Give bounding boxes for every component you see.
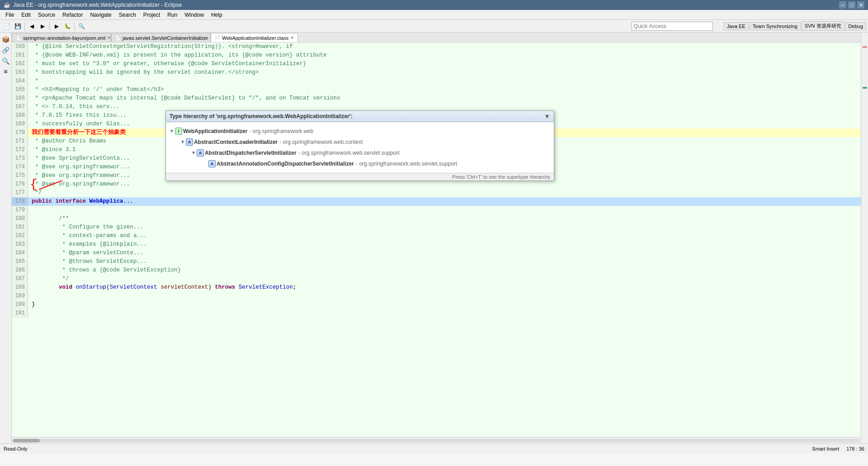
tree-item-abstract-disp[interactable]: ▼ A AbstractDispatcherServletInitializer… [170, 147, 550, 158]
menu-run[interactable]: Run [164, 11, 181, 19]
code-line-187: 187 */ [12, 275, 861, 283]
perspective-debug[interactable]: Debug [845, 22, 866, 30]
code-line-160: 160 * {@link ServletContext#getServletRe… [12, 43, 861, 51]
toolbar-debug[interactable]: 🐛 [62, 21, 72, 31]
line-num-172: 172 [12, 146, 28, 154]
toolbar-back[interactable]: ◀ [27, 21, 37, 31]
code-line-176: 176 * @see org.springframewor... [12, 180, 861, 189]
pkg-abstract-ctx: - org.springframework.web.context [279, 138, 363, 147]
code-line-179: 179 [12, 206, 861, 214]
toggle-abstract-disp[interactable]: ▼ [191, 148, 196, 157]
line-num-166: 166 [12, 94, 28, 103]
label-abstract-ctx: AbstractContextLoaderInitializer [194, 138, 278, 147]
line-content-169: * successfully under Glas... [28, 120, 130, 128]
line-num-184: 184 [12, 249, 28, 257]
code-line-165: 165 * <h3>Mapping to '/' under Tomcat</h… [12, 86, 861, 94]
tab-pom[interactable]: 📄 springmvc-annotation-liayun/pom.xml ✕ [12, 33, 111, 42]
line-content-184: * @param servletConte... [28, 249, 144, 257]
tabs-bar: 📄 springmvc-annotation-liayun/pom.xml ✕ … [12, 33, 861, 43]
menu-source[interactable]: Source [34, 11, 59, 19]
tab-pom-icon: 📄 [16, 35, 21, 40]
hscroll-thumb[interactable] [13, 439, 40, 442]
statusbar: Read-Only Smart Insert 178 : 36 [0, 443, 868, 453]
line-content-187: */ [28, 275, 69, 283]
toggle-abstract-ctx[interactable]: ▼ [180, 138, 185, 147]
code-line-190: 190 } [12, 300, 861, 309]
menu-refactor[interactable]: Refactor [59, 11, 86, 19]
perspective-svn[interactable]: SVN 资源库研究 [802, 21, 844, 31]
toolbar-run[interactable]: ▶ [52, 21, 61, 31]
code-line-184: 184 * @param servletConte... [12, 249, 861, 257]
line-content-173: * @see SpringServletConta... [28, 154, 130, 163]
code-line-181: 181 * Configure the given... [12, 223, 861, 232]
toolbar-search[interactable]: 🔍 [76, 21, 86, 31]
iface-icon-webapp: I [175, 128, 182, 135]
code-editor[interactable]: 160 * {@link ServletContext#getServletRe… [12, 43, 861, 437]
status-readonly: Read-Only [4, 446, 28, 452]
perspective-javaee[interactable]: Java EE [724, 22, 749, 30]
minimize-button[interactable]: ─ [839, 1, 846, 9]
close-button[interactable]: ✕ [857, 1, 864, 9]
sidebar-package-icon[interactable]: 📦 [1, 34, 11, 44]
line-num-176: 176 [12, 180, 28, 189]
toolbar-new[interactable]: 📄 [2, 21, 12, 31]
line-content-168: * 7.0.15 fixes this issu... [28, 111, 127, 120]
menu-project[interactable]: Project [140, 11, 164, 19]
line-content-170: 我们需要着重分析一下这三个抽象类 [28, 128, 126, 137]
maximize-button[interactable]: □ [848, 1, 855, 9]
line-content-167: * <= 7.0.14, this serv... [28, 103, 120, 111]
tab-webapp-close[interactable]: ✕ [290, 35, 294, 40]
popup-footer: Press 'Ctrl+T' to see the supertype hier… [166, 173, 554, 181]
line-content-178: public interface WebApplica... [28, 197, 133, 206]
class-icon-annotation: A [208, 160, 216, 167]
left-sidebar: 📦 🔗 🔍 ≡ [0, 33, 12, 443]
menu-window[interactable]: Window [181, 11, 208, 19]
code-line-180: 180 /** [12, 214, 861, 223]
tab-webapp-init[interactable]: 📄 WebApplicationInitializer.class ✕ [211, 33, 298, 42]
tree-item-webapp-init[interactable]: ▼ I WebApplicationInitializer - org.spri… [170, 126, 550, 137]
line-content-160: * {@link ServletContext#getServletRegist… [28, 43, 293, 51]
line-num-171: 171 [12, 137, 28, 146]
pkg-webapp-init: - org.springframework.web [249, 127, 313, 136]
tab-servlet-init[interactable]: 📄 javax.servlet.ServletContainerInitiali… [111, 33, 211, 42]
tab-servlet-label: javax.servlet.ServletContainerInitialize… [123, 35, 208, 41]
line-content-179 [28, 206, 32, 214]
line-num-162: 162 [12, 60, 28, 68]
line-num-182: 182 [12, 232, 28, 240]
menu-edit[interactable]: Edit [18, 11, 34, 19]
line-num-163: 163 [12, 68, 28, 77]
sidebar-search-icon[interactable]: 🔍 [1, 56, 11, 66]
popup-close-button[interactable]: ▼ [544, 113, 550, 120]
line-num-168: 168 [12, 111, 28, 120]
line-content-163: * bootstrapping will be ignored by the s… [28, 68, 259, 77]
line-content-181: * Configure the given... [28, 223, 144, 232]
right-sidebar[interactable] [861, 33, 868, 443]
toolbar-forward[interactable]: ▶ [38, 21, 47, 31]
line-content-185: * @throws ServletExcep... [28, 257, 147, 266]
line-num-186: 186 [12, 266, 28, 275]
code-line-186: 186 * throws a {@code ServletException} [12, 266, 861, 275]
tab-pom-close[interactable]: ✕ [107, 35, 111, 40]
tree-item-abstract-ctx[interactable]: ▼ A AbstractContextLoaderInitializer - o… [170, 137, 550, 147]
horizontal-scrollbar[interactable] [12, 437, 861, 443]
menu-file[interactable]: File [2, 11, 18, 19]
toolbar-sep2 [49, 22, 50, 30]
titlebar-controls[interactable]: ─ □ ✕ [839, 1, 864, 9]
line-num-178: 178 [12, 197, 28, 206]
sidebar-outline-icon[interactable]: ≡ [1, 67, 11, 77]
menu-help[interactable]: Help [208, 11, 226, 19]
tab-servlet-icon: 📄 [115, 35, 121, 40]
perspective-team[interactable]: Team Synchronizing [750, 22, 801, 30]
sidebar-hierarchy-icon[interactable]: 🔗 [1, 45, 11, 55]
line-num-175: 175 [12, 171, 28, 180]
menu-navigate[interactable]: Navigate [86, 11, 115, 19]
toolbar-save[interactable]: 💾 [13, 21, 23, 31]
line-content-174: * @see org.springframewor... [28, 163, 130, 171]
code-line-177: 177 */ [12, 189, 861, 197]
quick-access-input[interactable] [632, 22, 713, 31]
line-num-181: 181 [12, 223, 28, 232]
menu-search[interactable]: Search [115, 11, 140, 19]
toggle-webapp-init[interactable]: ▼ [170, 127, 174, 136]
code-line-164: 164 * [12, 77, 861, 86]
tree-item-annotation-config[interactable]: A AbstractAnnotationConfigDispatcherServ… [170, 158, 550, 169]
